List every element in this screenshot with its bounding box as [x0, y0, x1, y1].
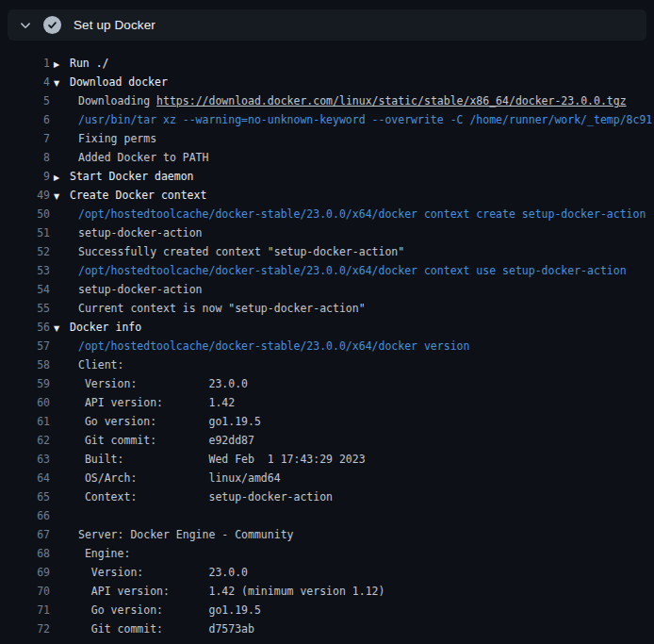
line-number[interactable]: 55 — [0, 299, 50, 318]
collapse-arrow-icon[interactable]: ▼ — [54, 74, 63, 93]
line-number[interactable]: 4 — [0, 73, 50, 91]
log-group-header: ▶Start Docker daemon — [54, 167, 194, 186]
log-text: Server: Docker Engine - Community — [78, 525, 293, 544]
log-line-row: 69 Version: 23.0.0 — [0, 563, 654, 582]
log-line-row: 65 Context: setup-docker-action — [0, 487, 654, 506]
log-group-row[interactable]: 4▼Download docker — [0, 73, 654, 91]
log-url-link[interactable]: https://download.docker.com/linux/static… — [156, 94, 627, 107]
log-line-row: 55Current context is now "setup-docker-a… — [0, 299, 654, 318]
line-number[interactable]: 53 — [0, 261, 50, 280]
line-number[interactable]: 54 — [0, 280, 50, 299]
log-text: Go version: go1.19.5 — [78, 601, 261, 619]
step-header[interactable]: Set up Docker — [8, 9, 646, 41]
log-text: Downloading https://download.docker.com/… — [78, 91, 627, 110]
log-text: Context: setup-docker-action — [78, 487, 333, 506]
line-number[interactable]: 5 — [0, 91, 50, 110]
log-text: Added Docker to PATH — [78, 148, 208, 167]
line-number[interactable]: 51 — [0, 223, 50, 242]
line-number[interactable]: 64 — [0, 469, 50, 487]
log-command-text: /opt/hostedtoolcache/docker-stable/23.0.… — [78, 261, 627, 280]
log-line-row: 57/opt/hostedtoolcache/docker-stable/23.… — [0, 337, 654, 355]
expand-arrow-icon[interactable]: ▶ — [54, 56, 63, 74]
log-group-row[interactable]: 49▼Create Docker context — [0, 186, 654, 205]
line-number[interactable]: 1 — [0, 54, 50, 73]
line-number[interactable]: 68 — [0, 544, 50, 563]
expand-arrow-icon[interactable]: ▶ — [54, 169, 63, 188]
log-command-text: /opt/hostedtoolcache/docker-stable/23.0.… — [78, 205, 654, 223]
log-group-title: Start Docker daemon — [70, 170, 194, 183]
log-group-row[interactable]: 1▶Run ./ — [0, 54, 654, 73]
line-number[interactable]: 49 — [0, 186, 50, 205]
log-text-prefix: Downloading — [78, 94, 156, 107]
log-group-title: Run ./ — [70, 57, 109, 70]
log-line-row: 60 API version: 1.42 — [0, 393, 654, 412]
chevron-down-icon[interactable] — [19, 19, 32, 32]
log-text: setup-docker-action — [78, 223, 203, 242]
log-text: Successfully created context "setup-dock… — [78, 242, 404, 261]
log-text: Go version: go1.19.5 — [78, 412, 261, 431]
log-text: setup-docker-action — [78, 280, 203, 299]
log-line-row: 72 Git commit: d7573ab — [0, 619, 654, 638]
line-number[interactable]: 72 — [0, 619, 50, 638]
line-number[interactable]: 63 — [0, 450, 50, 469]
log-text: API version: 1.42 — [78, 393, 235, 412]
log-group-header: ▼Create Docker context — [54, 186, 206, 205]
log-text: Fixing perms — [78, 129, 156, 148]
log-line-row: 58Client: — [0, 355, 654, 374]
line-number[interactable]: 65 — [0, 487, 50, 506]
line-number[interactable]: 9 — [0, 167, 50, 186]
log-group-header: ▼Download docker — [54, 73, 168, 91]
line-number[interactable]: 8 — [0, 148, 50, 167]
line-number[interactable]: 50 — [0, 205, 50, 223]
line-number[interactable]: 6 — [0, 110, 50, 129]
log-group-title: Create Docker context — [70, 189, 206, 202]
line-number[interactable]: 7 — [0, 129, 50, 148]
line-number[interactable]: 62 — [0, 431, 50, 450]
line-number[interactable]: 61 — [0, 412, 50, 431]
log-group-header: ▼Docker info — [54, 318, 141, 337]
line-number[interactable]: 58 — [0, 355, 50, 374]
log-line-row: 5Downloading https://download.docker.com… — [0, 91, 654, 110]
log-text: Git commit: d7573ab — [78, 619, 254, 638]
log-line-row: 66 — [0, 506, 654, 525]
log-viewer: 1▶Run ./4▼Download docker5Downloading ht… — [0, 41, 654, 638]
step-title: Set up Docker — [74, 18, 155, 32]
log-command-text: /usr/bin/tar xz --warning=no-unknown-key… — [78, 110, 652, 129]
line-number[interactable]: 52 — [0, 242, 50, 261]
success-check-icon — [43, 16, 61, 34]
log-text: Git commit: e92dd87 — [78, 431, 254, 450]
line-number[interactable]: 71 — [0, 601, 50, 619]
log-text: Engine: — [78, 544, 130, 563]
log-group-title: Docker info — [70, 321, 141, 334]
line-number[interactable]: 66 — [0, 506, 50, 525]
log-line-row: 70 API version: 1.42 (minimum version 1.… — [0, 582, 654, 601]
line-number[interactable]: 60 — [0, 393, 50, 412]
log-group-title: Download docker — [70, 75, 168, 89]
log-text: Client: — [78, 355, 123, 374]
line-number[interactable]: 59 — [0, 374, 50, 393]
log-line-row: 50/opt/hostedtoolcache/docker-stable/23.… — [0, 205, 654, 223]
log-line-row: 54setup-docker-action — [0, 280, 654, 299]
log-text: Version: 23.0.0 — [78, 374, 248, 393]
line-number[interactable]: 57 — [0, 337, 50, 355]
log-text: API version: 1.42 (minimum version 1.12) — [78, 582, 384, 601]
line-number[interactable]: 70 — [0, 582, 50, 601]
log-group-row[interactable]: 9▶Start Docker daemon — [0, 167, 654, 186]
log-text: Current context is now "setup-docker-act… — [78, 299, 366, 318]
log-line-row: 59 Version: 23.0.0 — [0, 374, 654, 393]
log-text: Built: Wed Feb 1 17:43:29 2023 — [78, 450, 366, 469]
line-number[interactable]: 69 — [0, 563, 50, 582]
log-line-row: 53/opt/hostedtoolcache/docker-stable/23.… — [0, 261, 654, 280]
log-line-row: 7Fixing perms — [0, 129, 654, 148]
log-group-row[interactable]: 56▼Docker info — [0, 318, 654, 337]
log-text: Version: 23.0.0 — [78, 563, 248, 582]
log-line-row: 52Successfully created context "setup-do… — [0, 242, 654, 261]
log-line-row: 71 Go version: go1.19.5 — [0, 601, 654, 619]
collapse-arrow-icon[interactable]: ▼ — [54, 188, 63, 206]
log-line-row: 6/usr/bin/tar xz --warning=no-unknown-ke… — [0, 110, 654, 129]
log-line-row: 67Server: Docker Engine - Community — [0, 525, 654, 544]
collapse-arrow-icon[interactable]: ▼ — [54, 320, 63, 339]
line-number[interactable]: 56 — [0, 318, 50, 337]
line-number[interactable]: 67 — [0, 525, 50, 544]
log-line-row: 62 Git commit: e92dd87 — [0, 431, 654, 450]
